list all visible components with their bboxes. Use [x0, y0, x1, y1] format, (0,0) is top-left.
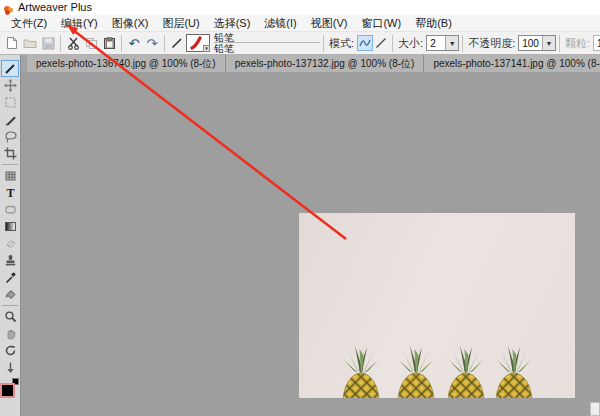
- titlebar: Artweaver Plus: [0, 0, 600, 15]
- paint-bucket-tool[interactable]: [1, 286, 19, 303]
- toolbox-divider: [2, 164, 18, 165]
- undo-button[interactable]: ↶: [125, 34, 143, 53]
- crop-icon: [4, 147, 17, 160]
- grain-combo: 100: [593, 35, 600, 51]
- toolbox: T: [0, 55, 21, 416]
- undo-icon: ↶: [129, 37, 140, 50]
- document-tab[interactable]: pexels-photo-137132.jpg @ 100% (8-位): [226, 55, 425, 72]
- gradient-tool[interactable]: [1, 218, 19, 235]
- toolbar: ↶ ↷ ▾ 铅笔 铅笔 模式: 大小: 2 ▼ 不透明度: 100: [0, 31, 600, 55]
- pineapples-graphic: [299, 213, 575, 398]
- size-label: 大小:: [398, 36, 423, 51]
- lasso-icon: [4, 130, 17, 143]
- artweaver-window: Artweaver Plus 文件(Z) 编辑(Y) 图像(X) 图层(U) 选…: [0, 0, 600, 416]
- toolbar-separator: [60, 35, 61, 52]
- arrow-tool[interactable]: [1, 359, 19, 376]
- open-file-button[interactable]: [21, 34, 39, 53]
- dropdown-arrow-icon: ▾: [203, 45, 210, 52]
- toolbar-separator: [164, 35, 165, 52]
- brush-tool-name: 铅笔: [214, 32, 320, 43]
- size-combo[interactable]: 2 ▼: [426, 35, 459, 51]
- menu-edit[interactable]: 编辑(Y): [54, 15, 105, 31]
- menubar: 文件(Z) 编辑(Y) 图像(X) 图层(U) 选择(S) 滤镜(I) 视图(V…: [0, 15, 600, 31]
- chevron-down-icon[interactable]: ▼: [542, 36, 555, 50]
- toolbar-separator: [121, 35, 122, 52]
- bucket-icon: [4, 288, 17, 301]
- chevron-down-icon[interactable]: ▼: [445, 36, 458, 50]
- color-swatch[interactable]: [0, 378, 20, 404]
- hand-icon: [4, 327, 17, 340]
- pencil-tool[interactable]: [1, 111, 19, 128]
- shape-tool[interactable]: [1, 201, 19, 218]
- window-title: Artweaver Plus: [18, 0, 92, 15]
- canvas-image[interactable]: [299, 213, 575, 398]
- document-tabbar: pexels-photo-136740.jpg @ 100% (8-位) pex…: [21, 55, 600, 72]
- opacity-combo[interactable]: 100 ▼: [518, 35, 556, 51]
- document-tab[interactable]: pexels-photo-136740.jpg @ 100% (8-位): [27, 55, 226, 72]
- grain-label: 颗粒:: [565, 36, 590, 51]
- svg-text:T: T: [6, 186, 14, 199]
- opacity-label: 不透明度:: [468, 36, 515, 51]
- rotate-view-tool[interactable]: [1, 342, 19, 359]
- marquee-select-tool[interactable]: [1, 94, 19, 111]
- size-value: 2: [427, 38, 445, 49]
- shape-icon: [4, 203, 17, 216]
- menu-layer[interactable]: 图层(U): [155, 15, 206, 31]
- zoom-tool[interactable]: [1, 308, 19, 325]
- new-file-button[interactable]: [3, 34, 21, 53]
- brush-tool[interactable]: [1, 60, 19, 77]
- grain-value: 100: [594, 38, 600, 49]
- workspace[interactable]: [21, 72, 600, 416]
- rotate-icon: [4, 344, 17, 357]
- brush-preset-picker[interactable]: ▾: [186, 34, 210, 52]
- menu-select[interactable]: 选择(S): [207, 15, 258, 31]
- text-tool[interactable]: T: [1, 184, 19, 201]
- brush-name-block[interactable]: 铅笔 铅笔: [214, 32, 320, 54]
- move-tool[interactable]: [1, 77, 19, 94]
- copy-button[interactable]: [82, 34, 100, 53]
- crop-tool[interactable]: [1, 145, 19, 162]
- paste-button[interactable]: [100, 34, 118, 53]
- hand-tool[interactable]: [1, 325, 19, 342]
- floating-panel-edge: [590, 402, 600, 416]
- toolbox-divider: [2, 305, 18, 306]
- pattern-stamp-tool[interactable]: [1, 167, 19, 184]
- menu-filter[interactable]: 滤镜(I): [257, 15, 303, 31]
- eraser-icon: [4, 237, 17, 250]
- foreground-color-box[interactable]: [0, 383, 15, 398]
- toolbar-separator: [323, 35, 324, 52]
- eraser-tool[interactable]: [1, 235, 19, 252]
- pencil-icon: [4, 113, 17, 126]
- cut-button[interactable]: [64, 34, 82, 53]
- gradient-icon: [4, 220, 17, 233]
- document-tab[interactable]: pexels-photo-137141.jpg @ 100% (8-位): [424, 55, 600, 72]
- pattern-icon: [4, 169, 17, 182]
- menu-help[interactable]: 帮助(B): [408, 15, 459, 31]
- save-button[interactable]: [39, 34, 57, 53]
- line-mode-button[interactable]: [373, 35, 389, 51]
- toolbar-separator: [392, 35, 393, 52]
- menu-file[interactable]: 文件(Z): [4, 15, 54, 31]
- freehand-mode-button[interactable]: [357, 35, 373, 51]
- brush-variant-name: 铅笔: [214, 43, 320, 54]
- marquee-icon: [4, 96, 17, 109]
- magnifier-icon: [4, 310, 17, 323]
- menu-window[interactable]: 窗口(W): [354, 15, 408, 31]
- redo-icon: ↷: [147, 37, 158, 50]
- menu-view[interactable]: 视图(V): [304, 15, 355, 31]
- text-icon: T: [4, 186, 17, 199]
- stamp-icon: [4, 254, 17, 267]
- clone-stamp-tool[interactable]: [1, 252, 19, 269]
- toolbar-separator: [559, 35, 560, 52]
- menu-image[interactable]: 图像(X): [105, 15, 156, 31]
- mode-label: 模式:: [329, 36, 354, 51]
- toolbar-separator: [462, 35, 463, 52]
- app-logo-icon: [3, 2, 14, 13]
- brush-icon: [4, 62, 17, 75]
- eyedropper-tool[interactable]: [1, 269, 19, 286]
- opacity-value: 100: [519, 38, 542, 49]
- eyedropper-icon: [4, 271, 17, 284]
- lasso-tool[interactable]: [1, 128, 19, 145]
- redo-button[interactable]: ↷: [143, 34, 161, 53]
- brush-stroke-icon: [168, 34, 186, 53]
